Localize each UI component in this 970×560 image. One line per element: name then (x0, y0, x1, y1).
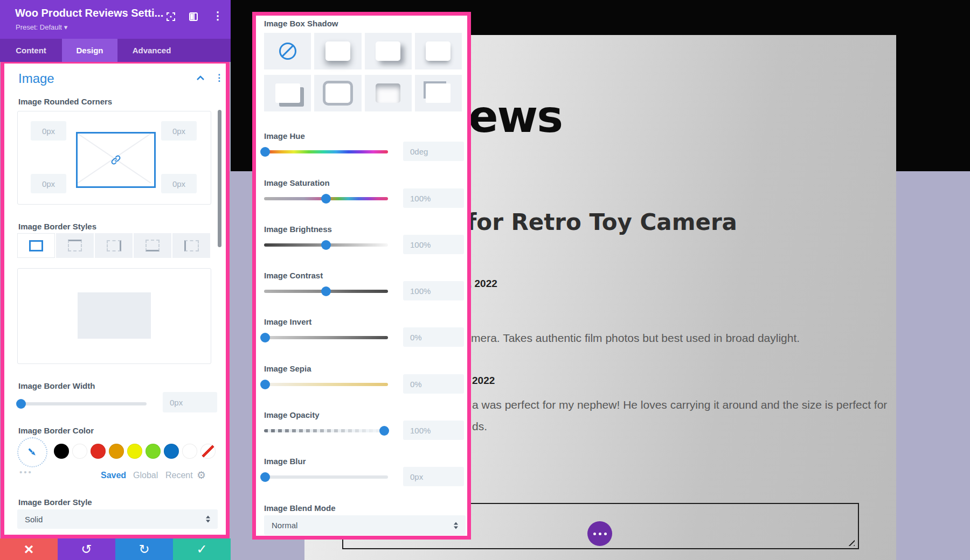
border-width-input[interactable]: 0px (163, 392, 217, 412)
border-style-left[interactable] (172, 233, 210, 258)
eyedropper-button[interactable] (17, 437, 47, 467)
border-bottom-icon (146, 240, 160, 251)
collapse-chevron-icon[interactable] (196, 75, 205, 81)
contrast-slider-handle[interactable] (321, 286, 331, 296)
color-swatch-none[interactable] (200, 444, 216, 459)
brightness-input[interactable]: 100% (403, 235, 464, 254)
border-width-slider-track[interactable] (18, 402, 147, 405)
border-style-all[interactable] (17, 233, 55, 258)
tab-advanced[interactable]: Advanced (117, 39, 186, 62)
color-tab-recent[interactable]: Recent (165, 471, 193, 480)
review-date: , 2022 (469, 278, 497, 289)
more-colors-dots[interactable]: ••• (19, 467, 33, 477)
opacity-slider-handle[interactable] (379, 426, 389, 436)
rounded-corners-label: Image Rounded Corners (18, 97, 112, 106)
color-swatch-e09900[interactable] (109, 444, 124, 459)
hue-slider-handle[interactable] (260, 147, 270, 157)
sepia-input[interactable]: 0% (403, 374, 464, 394)
saturation-slider-handle[interactable] (321, 194, 331, 204)
shadow-preset-down[interactable] (314, 33, 361, 69)
tab-design[interactable]: Design (62, 39, 117, 62)
invert-input[interactable]: 0% (403, 327, 464, 347)
blur-slider-handle[interactable] (260, 472, 270, 482)
shadow-preset-ring[interactable] (314, 75, 361, 111)
section-title-image: Image (18, 71, 54, 86)
color-settings-gear-icon[interactable]: ⚙ (197, 469, 206, 481)
hue-input[interactable]: 0deg (403, 142, 464, 161)
review-date: 2022 (472, 375, 495, 386)
blur-slider-track[interactable] (264, 475, 388, 479)
invert-slider-track[interactable] (264, 336, 388, 339)
color-tab-saved[interactable]: Saved (101, 471, 126, 480)
shadow-preset-top-left-line[interactable] (415, 75, 462, 111)
hue-label: Image Hue (264, 131, 305, 141)
corner-input-bottom-right[interactable]: 0px (161, 174, 197, 193)
saturation-input[interactable]: 100% (403, 188, 464, 208)
rounded-corners-widget: 0px 0px 0px 0px (17, 111, 211, 205)
border-style-select[interactable]: Solid (17, 509, 218, 529)
panel-menu-icon[interactable]: ⋮ (212, 9, 223, 22)
corner-input-top-left[interactable]: 0px (31, 121, 66, 141)
redo-button[interactable]: ↻ (115, 538, 173, 560)
border-preview-rect (78, 292, 151, 339)
section-menu-icon[interactable]: ⋮ (214, 72, 224, 83)
opacity-label: Image Opacity (264, 410, 320, 419)
sepia-slider-track[interactable] (264, 383, 388, 386)
color-swatch-000000[interactable] (54, 444, 69, 459)
undo-button[interactable]: ↺ (58, 538, 115, 560)
opacity-slider-track[interactable] (264, 429, 388, 432)
discard-button[interactable]: × (0, 538, 58, 560)
border-style-top[interactable] (56, 233, 94, 258)
shadow-preset-small-down[interactable] (415, 33, 462, 69)
shadow-ring-icon (325, 83, 350, 103)
border-style-tiles (17, 233, 210, 258)
contrast-slider-track[interactable] (264, 290, 388, 293)
contrast-label: Image Contrast (264, 271, 323, 280)
shadow-preset-down-right[interactable] (365, 33, 412, 69)
panel-layout-icon[interactable] (189, 12, 198, 22)
shadow-preset-inset[interactable] (365, 75, 412, 111)
panel-scrollbar[interactable] (218, 110, 221, 247)
color-swatch-7cda24[interactable] (146, 444, 161, 459)
corner-input-top-right[interactable]: 0px (161, 121, 197, 141)
hue-slider-track[interactable] (264, 150, 388, 153)
review-text: a was perfect for my nephew! He loves ca… (472, 394, 887, 416)
tab-content[interactable]: Content (0, 39, 62, 62)
opacity-input[interactable]: 100% (403, 421, 464, 440)
border-style-bottom[interactable] (134, 233, 171, 258)
border-style-right[interactable] (95, 233, 133, 258)
blur-input[interactable]: 0px (403, 467, 464, 486)
color-tab-global[interactable]: Global (133, 471, 158, 480)
page-ellipsis-button[interactable] (587, 521, 612, 546)
color-swatch-ffffff[interactable] (72, 444, 87, 459)
blend-mode-label: Image Blend Mode (264, 503, 336, 513)
border-preview-box (17, 268, 211, 364)
page-heading-fragment: ews (468, 95, 562, 139)
brightness-label: Image Brightness (264, 225, 332, 234)
preset-selector[interactable]: Preset: Default ▾ (16, 23, 67, 31)
blend-mode-select[interactable]: Normal (264, 515, 466, 535)
color-swatch-0c71c3[interactable] (164, 444, 179, 459)
shadow-none[interactable] (264, 33, 311, 69)
contrast-input[interactable]: 100% (403, 281, 464, 300)
corner-input-bottom-left[interactable]: 0px (31, 174, 66, 193)
border-width-slider-handle[interactable] (16, 399, 26, 409)
image-filters-content: Image Box Shadow Image Hue0degImage Satu… (256, 16, 467, 536)
save-button[interactable]: ✓ (173, 538, 231, 560)
brightness-slider-track[interactable] (264, 243, 388, 247)
color-swatch-edf000[interactable] (127, 444, 142, 459)
sepia-slider-handle[interactable] (260, 380, 270, 389)
brightness-slider-handle[interactable] (321, 240, 331, 250)
expand-icon[interactable] (166, 12, 176, 22)
color-swatch-ffffff[interactable] (182, 444, 197, 459)
shadow-down-icon (325, 41, 350, 61)
color-swatch-e02b20[interactable] (91, 444, 106, 459)
link-corners-icon[interactable] (110, 154, 122, 166)
border-styles-label: Image Border Styles (18, 222, 96, 231)
shadow-preset-hard-offset[interactable] (264, 75, 311, 111)
check-icon: ✓ (196, 543, 207, 556)
invert-slider-handle[interactable] (260, 333, 270, 342)
review-text: mera. Takes authentic film photos but be… (471, 327, 800, 349)
saturation-slider-track[interactable] (264, 197, 388, 200)
border-color-label: Image Border Color (18, 426, 94, 435)
